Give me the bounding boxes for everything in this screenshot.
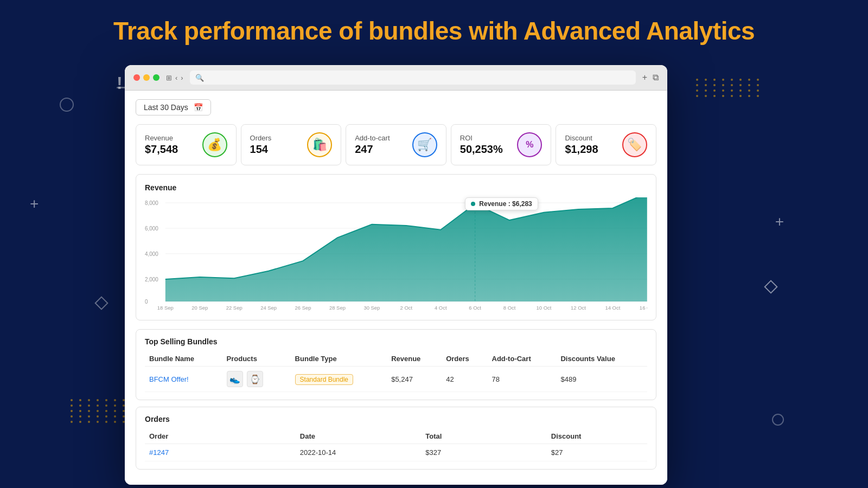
product-thumb-2: ⌚ — [247, 371, 263, 387]
bundle-name-link[interactable]: BFCM Offer! — [149, 375, 189, 383]
col-order: Order — [145, 429, 296, 444]
products-cell: 👟 ⌚ — [222, 367, 291, 392]
orders-title: Orders — [145, 415, 647, 423]
metric-card-discount: Discount $1,298 🏷️ — [556, 124, 656, 165]
browser-nav-icons: ⊞ ‹ › — [166, 74, 183, 82]
metric-info-add-to-cart: Add-to-cart 247 — [355, 134, 390, 156]
col-orders: Orders — [442, 351, 487, 367]
svg-text:26 Sep: 26 Sep — [295, 305, 311, 311]
svg-text:2,000: 2,000 — [145, 277, 158, 282]
address-bar[interactable]: 🔍 — [190, 70, 636, 85]
svg-text:22 Sep: 22 Sep — [226, 305, 242, 311]
bundle-revenue-cell: $5,247 — [387, 367, 442, 392]
orders-table-section: Orders Order Date Total Discount #1247 — [136, 407, 656, 470]
browser-window: ⊞ ‹ › 🔍 + ⧉ Last 30 Days 📅 Revenue $7,54… — [125, 65, 667, 485]
svg-text:12 Oct: 12 Oct — [571, 305, 586, 311]
svg-text:30 Sep: 30 Sep — [363, 305, 380, 311]
metric-label-add-to-cart: Add-to-cart — [355, 134, 390, 142]
svg-text:28 Sep: 28 Sep — [329, 305, 346, 311]
order-id-cell: #1247 — [145, 444, 296, 461]
chart-tooltip: Revenue : $6,283 — [465, 197, 538, 210]
metric-value-discount: $1,298 — [565, 143, 598, 156]
close-button[interactable] — [133, 74, 140, 81]
minimize-button[interactable] — [143, 74, 150, 81]
svg-text:20 Sep: 20 Sep — [192, 305, 208, 311]
col-date: Date — [296, 429, 422, 444]
metric-value-add-to-cart: 247 — [355, 143, 390, 156]
col-products: Products — [222, 351, 291, 367]
col-add-to-cart: Add-to-Cart — [488, 351, 557, 367]
bundle-name-cell: BFCM Offer! — [145, 367, 222, 392]
metric-info-discount: Discount $1,298 — [565, 134, 598, 156]
metric-value-revenue: $7,548 — [145, 143, 178, 156]
top-bundles-header-row: Bundle Name Products Bundle Type Revenue… — [145, 351, 647, 367]
tooltip-text: Revenue : $6,283 — [479, 200, 532, 208]
orders-table: Order Date Total Discount #1247 2022-10-… — [145, 429, 647, 461]
svg-text:0: 0 — [145, 299, 148, 305]
chart-container: 8,000 6,000 4,000 2,000 0 — [145, 197, 647, 311]
col-discount: Discount — [547, 429, 647, 444]
search-icon: 🔍 — [195, 74, 204, 82]
product-thumb-1: 👟 — [227, 371, 243, 387]
col-discounts-value: Discounts Value — [556, 351, 647, 367]
maximize-button[interactable] — [153, 74, 159, 81]
metric-card-add-to-cart: Add-to-cart 247 🛒 — [346, 124, 446, 165]
bundle-orders-cell: 42 — [442, 367, 487, 392]
date-filter[interactable]: Last 30 Days 📅 — [136, 99, 211, 115]
orders-header-row: Order Date Total Discount — [145, 429, 647, 444]
svg-text:8,000: 8,000 — [145, 200, 158, 206]
top-selling-bundles-section: Top Selling Bundles Bundle Name Products… — [136, 329, 656, 400]
forward-icon[interactable]: › — [181, 74, 183, 82]
svg-text:4,000: 4,000 — [145, 251, 158, 257]
metric-info-revenue: Revenue $7,548 — [145, 134, 178, 156]
svg-text:8 Oct: 8 Oct — [503, 305, 516, 311]
svg-text:2 Oct: 2 Oct — [400, 305, 413, 311]
order-id-link[interactable]: #1247 — [149, 448, 169, 457]
col-bundle-name: Bundle Name — [145, 351, 222, 367]
metric-card-orders: Orders 154 🛍️ — [241, 124, 342, 165]
svg-text:16 Oct: 16 Oct — [640, 305, 647, 311]
new-tab-icon[interactable]: + — [642, 73, 647, 82]
svg-text:14 Oct: 14 Oct — [605, 305, 620, 311]
metric-label-roi: ROI — [460, 134, 503, 142]
sidebar-icon: ⊞ — [166, 74, 172, 82]
svg-text:24 Sep: 24 Sep — [260, 305, 277, 311]
svg-text:6,000: 6,000 — [145, 226, 158, 232]
order-discount-cell: $27 — [547, 444, 647, 461]
col-total: Total — [421, 429, 547, 444]
metric-card-roi: ROI 50,253% % — [451, 124, 552, 165]
discount-icon: 🏷️ — [622, 132, 647, 157]
table-row: BFCM Offer! 👟 ⌚ Standard Bundle $5,247 4… — [145, 367, 647, 392]
revenue-chart-section: Revenue 8,000 6,000 4,000 2,000 0 — [136, 174, 656, 320]
order-total-cell: $327 — [421, 444, 547, 461]
browser-traffic-lights — [133, 74, 159, 81]
back-icon[interactable]: ‹ — [175, 74, 177, 82]
svg-text:4 Oct: 4 Oct — [435, 305, 447, 311]
table-row: #1247 2022-10-14 $327 $27 — [145, 444, 647, 461]
metric-label-orders: Orders — [250, 134, 272, 142]
metric-label-discount: Discount — [565, 134, 598, 142]
orders-icon: 🛍️ — [307, 132, 332, 157]
browser-chrome: ⊞ ‹ › 🔍 + ⧉ — [125, 65, 667, 91]
bundle-type-cell: Standard Bundle — [291, 367, 387, 392]
calendar-icon: 📅 — [194, 103, 203, 112]
svg-text:18 Sep: 18 Sep — [157, 305, 174, 311]
top-bundles-table: Bundle Name Products Bundle Type Revenue… — [145, 351, 647, 392]
top-bundles-title: Top Selling Bundles — [145, 337, 647, 346]
bundle-discounts-cell: $489 — [556, 367, 647, 392]
svg-text:10 Oct: 10 Oct — [537, 305, 552, 311]
tooltip-dot — [471, 202, 475, 206]
svg-marker-10 — [165, 197, 647, 301]
order-date-cell: 2022-10-14 — [296, 444, 422, 461]
browser-actions: + ⧉ — [642, 73, 659, 82]
bundle-add-to-cart-cell: 78 — [488, 367, 557, 392]
revenue-chart-svg: 8,000 6,000 4,000 2,000 0 — [145, 197, 647, 311]
date-filter-label: Last 30 Days — [144, 103, 188, 112]
metric-value-roi: 50,253% — [460, 143, 503, 156]
copy-tab-icon[interactable]: ⧉ — [653, 73, 659, 82]
page-title: Track performance of bundles with Advanc… — [0, 0, 868, 56]
roi-icon: % — [517, 132, 542, 157]
add-to-cart-icon: 🛒 — [412, 132, 437, 157]
metric-cards: Revenue $7,548 💰 Orders 154 🛍️ Add-to-ca… — [136, 124, 656, 165]
metric-info-orders: Orders 154 — [250, 134, 272, 156]
